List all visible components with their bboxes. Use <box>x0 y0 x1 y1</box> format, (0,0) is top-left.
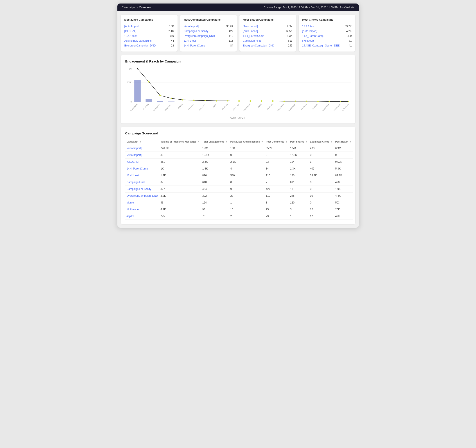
campaign-link-9[interactable]: #Influence <box>127 208 139 211</box>
cell-clicks-0: 4.2K <box>309 145 334 152</box>
cell-likes-0: 16K <box>229 145 264 152</box>
most-shared-value-3: 1.3K <box>287 34 293 38</box>
cell-vol-0: 246.8K <box>159 145 201 152</box>
table-row: Marvel 43 124 1 3 120 0 503 <box>125 199 353 206</box>
cell-campaign-5: Campaign Final <box>125 179 159 186</box>
scorecard-section: Campaign Scorecard Campaign ▼ Volume of … <box>121 127 355 224</box>
campaign-link-2[interactable]: [GLOBAL] <box>127 160 139 163</box>
most-clicked-value-1: 33.7K <box>345 25 351 28</box>
table-row: EvergreenCampaign_DND 2.8K 392 28 119 24… <box>125 193 353 199</box>
cell-engagements-1: 12.5K <box>201 152 229 159</box>
campaign-link-10[interactable]: #spike <box>127 215 134 218</box>
campaign-link-8[interactable]: Marvel <box>127 201 135 204</box>
table-row: Campaign Final 37 618 0 7 611 0 428 <box>125 179 353 186</box>
svg-text:[GLOBAL]: [GLOBAL] <box>221 103 228 110</box>
campaign-link-4[interactable]: 12.4.1 test <box>127 174 139 177</box>
campaign-link-1[interactable]: [Auto Import] <box>127 154 142 157</box>
most-liked-link-2[interactable]: [GLOBAL] <box>125 30 136 33</box>
most-clicked-link-4[interactable]: 5768790p <box>302 39 314 42</box>
svg-text:#awesome: #awesome <box>300 103 307 111</box>
sort-icon-engagements: ▼ <box>226 141 228 143</box>
col-shares[interactable]: Post Shares ▼ <box>289 138 309 145</box>
cell-engagements-7: 392 <box>201 193 229 199</box>
most-liked-link-3[interactable]: 12.4.1 test <box>125 34 137 38</box>
cell-comments-1: 0 <box>264 152 289 159</box>
col-engagements[interactable]: Total Engagements ▼ <box>201 138 229 145</box>
most-clicked-link-3[interactable]: 14.4_ParentCamp <box>302 34 323 38</box>
cell-clicks-3: 409 <box>309 165 334 172</box>
campaign-link-7[interactable]: EvergreenCampaign_DND <box>127 194 158 197</box>
cell-engagements-8: 124 <box>201 199 229 206</box>
col-likes[interactable]: Post Likes And Reactions ▼ <box>229 138 264 145</box>
svg-text:14.4_ParentCamp: 14.4_ParentCamp <box>330 103 340 111</box>
campaign-link-5[interactable]: Campaign Final <box>127 181 145 184</box>
most-clicked-link-2[interactable]: [Auto Import] <box>302 30 317 33</box>
most-clicked-item-4: 5768790p 71 <box>302 38 352 43</box>
svg-point-23 <box>283 100 285 102</box>
most-shared-link-4[interactable]: Campaign Final <box>243 39 261 42</box>
table-row: #spike 275 76 2 73 1 12 4.6K <box>125 213 353 220</box>
table-row: 14.4_ParentCamp 1K 1.4K 4 84 1.3K 409 5.… <box>125 165 353 172</box>
most-liked-value-3: 580 <box>170 34 174 38</box>
cell-engagements-5: 618 <box>201 179 229 186</box>
sort-icon-reach: ▼ <box>350 141 351 143</box>
most-commented-link-2[interactable]: Campaign For Sanity <box>184 30 209 33</box>
most-clicked-card: Most Clicked Campaigns 12.4.1 test 33.7K… <box>299 15 355 51</box>
sort-icon-likes: ▼ <box>261 141 263 143</box>
campaign-link-0[interactable]: [Auto Import] <box>127 147 142 150</box>
most-commented-link-5[interactable]: 14.4_ParentCamp <box>184 44 205 47</box>
most-commented-link-4[interactable]: 12.4.1 test <box>184 39 196 42</box>
table-row: [GLOBAL] 861 2.3K 2.1K 23 194 1 94.2K <box>125 159 353 165</box>
svg-point-17 <box>216 100 217 101</box>
most-commented-item-3: EvergreenCampaign_DND 119 <box>184 33 233 38</box>
cell-campaign-8: Marvel <box>125 199 159 206</box>
most-commented-link-1[interactable]: [Auto Import] <box>184 25 199 28</box>
cell-likes-7: 28 <box>229 193 264 199</box>
most-shared-link-1[interactable]: [Auto Import] <box>243 25 258 28</box>
most-liked-link-4[interactable]: Adding new campaigns <box>125 39 152 42</box>
most-clicked-item-2: [Auto Import] 4.2K <box>302 29 352 33</box>
cell-comments-3: 84 <box>264 165 289 172</box>
table-header-row: Campaign ▼ Volume of Published Messages … <box>125 138 353 145</box>
most-commented-value-4: 116 <box>229 39 233 42</box>
most-liked-card: Most Liked Campaigns [Auto Import] 16K [… <box>121 15 177 51</box>
svg-text:Marvel: Marvel <box>257 103 262 108</box>
svg-text:#Influence: #Influence <box>188 103 194 110</box>
cell-comments-5: 7 <box>264 179 289 186</box>
cell-vol-8: 43 <box>159 199 201 206</box>
campaign-link-3[interactable]: 14.4_ParentCamp <box>127 167 148 170</box>
cell-vol-2: 861 <box>159 159 201 165</box>
svg-text:[Auto Import]: [Auto Import] <box>130 103 138 111</box>
most-clicked-link-1[interactable]: 12.4.1 test <box>302 25 314 28</box>
cell-vol-4: 1.7K <box>159 172 201 179</box>
cell-likes-8: 1 <box>229 199 264 206</box>
most-shared-value-2: 12.5K <box>285 30 292 33</box>
most-liked-item-3: 12.4.1 test 580 <box>125 33 174 38</box>
most-liked-link-1[interactable]: [Auto Import] <box>125 25 140 28</box>
most-clicked-value-3: 409 <box>347 34 351 38</box>
most-commented-link-3[interactable]: EvergreenCampaign_DND <box>184 34 215 38</box>
campaign-link-6[interactable]: Campaign For Sanity <box>127 188 151 191</box>
most-shared-link-3[interactable]: 14.4_ParentCamp <box>243 34 264 38</box>
most-liked-link-5[interactable]: EvergreenCampaign_DND <box>125 44 156 47</box>
content-area: Most Liked Campaigns [Auto Import] 16K [… <box>117 11 359 228</box>
col-vol[interactable]: Volume of Published Messages ▼ <box>159 138 201 145</box>
most-shared-link-5[interactable]: EvergreenCampaign_DND <box>243 44 274 47</box>
cell-comments-2: 23 <box>264 159 289 165</box>
main-container: Campaign > Overview Custom Range: Jan 1,… <box>117 4 359 228</box>
svg-point-22 <box>272 100 273 102</box>
cell-vol-1: 89 <box>159 152 201 159</box>
cell-likes-1: 0 <box>229 152 264 159</box>
breadcrumb-current: Overview <box>139 6 151 9</box>
col-clicks[interactable]: Estimated Clicks ▼ <box>309 138 334 145</box>
most-shared-link-2[interactable]: [Auto Import] <box>243 30 258 33</box>
col-campaign[interactable]: Campaign ▼ <box>125 138 159 145</box>
most-clicked-link-5[interactable]: 14.4SE_Campaign Owner_DEE <box>302 44 340 47</box>
table-row: 12.4.1 test 1.7K 876 580 116 180 33.7K 8… <box>125 172 353 179</box>
col-reach[interactable]: Post Reach ▼ <box>334 138 353 145</box>
most-clicked-value-4: 71 <box>349 39 351 42</box>
col-comments[interactable]: Post Comments ▼ <box>264 138 289 145</box>
cell-reach-6: 1.9K <box>334 186 353 193</box>
cell-reach-3: 5.3K <box>334 165 353 172</box>
cell-shares-3: 1.3K <box>289 165 309 172</box>
